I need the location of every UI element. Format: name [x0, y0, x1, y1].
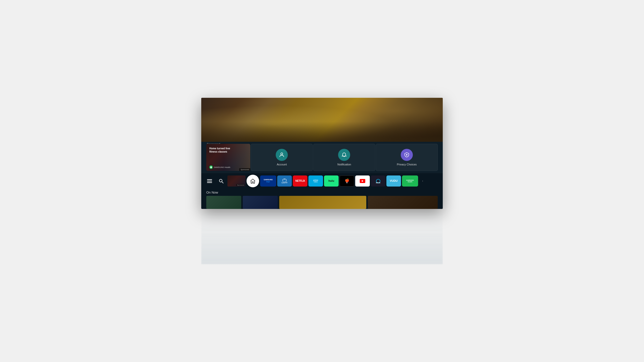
app-vudu[interactable]: VUDU — [386, 175, 401, 187]
app-hulu[interactable]: hulu — [324, 175, 339, 187]
app-alexa[interactable]: ◯ alexa — [371, 175, 385, 187]
account-card[interactable]: Account — [251, 144, 313, 171]
privacy-icon-circle — [401, 149, 413, 161]
search-button[interactable] — [216, 176, 226, 186]
mini-ad-thumbnail[interactable] — [227, 175, 246, 187]
notification-label: Notification — [337, 163, 351, 166]
svg-rect-7 — [283, 179, 286, 182]
app-samsung-health[interactable]: SAMSUNG Health — [402, 175, 418, 187]
samsung-tv-logo: SAMSUNG TV+ — [264, 179, 273, 183]
hero-background — [201, 98, 443, 142]
app-youtube[interactable] — [355, 175, 370, 187]
more-apps-button[interactable]: › — [419, 176, 426, 186]
menu-button[interactable] — [204, 176, 215, 186]
svg-rect-2 — [207, 179, 212, 180]
app-bar: SAMSUNG TV+ LiveTV NE — [201, 173, 443, 189]
app-netflix[interactable]: NETFLIX — [293, 175, 307, 187]
svg-line-6 — [222, 182, 223, 183]
on-now-thumb-1[interactable] — [206, 196, 241, 209]
apps-scroll: SAMSUNG TV+ LiveTV NE — [260, 175, 440, 187]
privacy-label: Privacy Choices — [397, 163, 417, 166]
cards-row: Home turned free fitness classes SAMSUNG… — [201, 142, 443, 173]
svg-rect-3 — [207, 181, 212, 182]
hulu-text: hulu — [328, 179, 334, 183]
app-prime-video[interactable]: prime video — [308, 175, 323, 187]
on-now-thumb-2[interactable] — [243, 196, 278, 209]
livetv-icon — [283, 178, 287, 182]
on-now-thumb-3[interactable] — [279, 196, 367, 209]
home-button[interactable] — [247, 175, 259, 187]
tv-reflection — [201, 209, 443, 264]
svg-point-1 — [406, 154, 407, 155]
on-now-section: On Now — [201, 189, 443, 209]
privacy-card[interactable]: Privacy Choices — [376, 144, 438, 171]
app-livetv[interactable]: LiveTV — [277, 175, 292, 187]
shield-icon — [404, 152, 410, 158]
sponsored-tag: Sponsored — [239, 168, 250, 171]
search-icon — [219, 178, 224, 184]
brand-text: SAMSUNG Health — [214, 166, 230, 168]
more-label: › — [422, 180, 423, 182]
account-icon-circle — [276, 149, 288, 161]
on-now-thumb-4[interactable] — [368, 196, 438, 209]
on-now-label: On Now — [206, 191, 438, 194]
health-logo — [209, 165, 213, 169]
vudu-text: VUDU — [390, 179, 397, 183]
notification-icon-circle — [338, 149, 350, 161]
app-samsung-tv-plus[interactable]: SAMSUNG TV+ — [260, 175, 276, 187]
svg-rect-4 — [207, 182, 212, 183]
svg-point-0 — [281, 153, 283, 155]
svg-point-5 — [219, 179, 222, 182]
menu-icon — [207, 178, 212, 184]
home-icon — [250, 178, 256, 184]
ad-brand: SAMSUNG Health — [209, 165, 230, 169]
bell-icon — [341, 152, 347, 158]
account-label: Account — [277, 163, 287, 166]
user-icon — [279, 152, 285, 158]
on-now-strip — [206, 196, 438, 209]
tv-container: Sponsored Home turned free fitness class… — [201, 98, 443, 264]
tv-screen: Sponsored Home turned free fitness class… — [201, 98, 443, 209]
ad-title: Home turned free fitness classes — [209, 147, 232, 153]
notification-card[interactable]: Notification — [313, 144, 375, 171]
app-apple-tv[interactable]: 🍎 tv — [340, 175, 354, 187]
netflix-text: NETFLIX — [295, 179, 305, 183]
ad-card[interactable]: Home turned free fitness classes SAMSUNG… — [206, 144, 250, 171]
